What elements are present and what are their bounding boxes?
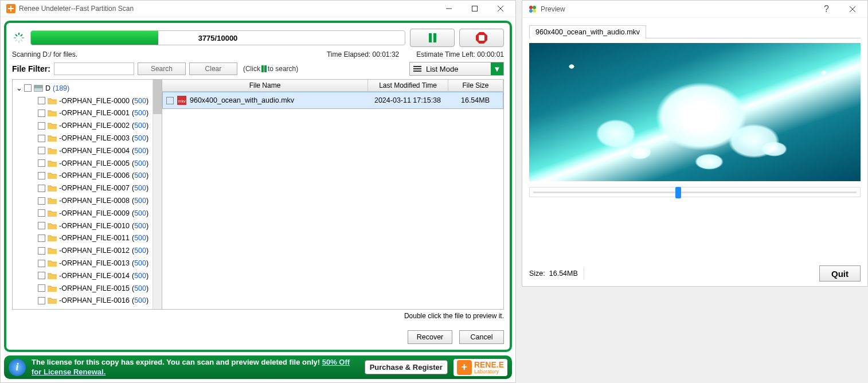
tree-item[interactable]: -ORPHAN_FILE-0010 (500) [38, 220, 153, 232]
drive-icon [34, 85, 43, 92]
checkbox[interactable] [38, 247, 45, 255]
checkbox[interactable] [38, 147, 45, 154]
preview-close-button[interactable] [839, 1, 865, 17]
tree-item-count: (500) [132, 247, 148, 255]
tree-item[interactable]: -ORPHAN_FILE-0006 (500) [38, 170, 153, 182]
slider-thumb[interactable] [675, 187, 681, 198]
preview-body: 960x400_ocean_with_audio.mkv [522, 18, 867, 261]
col-modified[interactable]: Last Modified Time [368, 80, 448, 91]
seek-slider[interactable] [529, 187, 861, 197]
content-frame: 3775/10000 Scanning D:/ for files. Time … [4, 21, 512, 352]
col-filename[interactable]: File Name [162, 80, 368, 91]
tree-item-count: (500) [132, 134, 148, 142]
tree-item[interactable]: -ORPHAN_FILE-0007 (500) [38, 182, 153, 194]
time-elapsed: 00:01:32 [373, 50, 400, 58]
svg-point-17 [533, 6, 536, 9]
scrollbar-thumb[interactable] [153, 80, 162, 114]
maximize-button[interactable] [462, 1, 487, 17]
tree-item[interactable]: -ORPHAN_FILE-0001 (500) [38, 107, 153, 120]
tree-item[interactable]: -ORPHAN_FILE-0016 (500) [38, 295, 153, 307]
folder-icon [48, 235, 57, 241]
status-row: Scanning D:/ for files. Time Elapsed: 00… [12, 50, 504, 58]
checkbox[interactable] [38, 272, 45, 279]
checkbox[interactable] [38, 222, 45, 229]
tree-item[interactable]: -ORPHAN_FILE-0000 (500) [38, 95, 153, 107]
checkbox[interactable] [38, 260, 45, 267]
checkbox[interactable] [38, 172, 45, 179]
folder-icon [48, 147, 57, 154]
close-button[interactable] [487, 1, 513, 17]
listmode-dropdown[interactable]: List Mode ▼ [409, 62, 504, 76]
file-row[interactable]: mkv 960x400_ocean_with_audio.mkv 2024-03… [162, 92, 503, 109]
recover-button[interactable]: Recover [408, 330, 452, 344]
video-preview[interactable] [529, 43, 861, 181]
tree-item[interactable]: -ORPHAN_FILE-0015 (500) [38, 282, 153, 295]
tree-item-label: -ORPHAN_FILE-0007 [59, 184, 130, 192]
tree-item[interactable]: -ORPHAN_FILE-0013 (500) [38, 257, 153, 269]
tree-root-row[interactable]: ⌄ D (189) [16, 82, 153, 95]
tree-item-label: -ORPHAN_FILE-0003 [59, 134, 130, 142]
tree-item-label: -ORPHAN_FILE-0012 [59, 247, 130, 255]
folder-icon [48, 172, 57, 179]
video-frame [529, 43, 861, 181]
collapse-icon[interactable]: ⌄ [16, 84, 22, 92]
tree-scrollbar[interactable] [153, 80, 162, 309]
main-title: Renee Undeleter--Fast Partition Scan [19, 5, 436, 13]
col-size[interactable]: File Size [448, 80, 503, 91]
license-message: The license for this copy has expired. Y… [32, 358, 359, 377]
checkbox[interactable] [38, 235, 45, 242]
file-name: 960x400_ocean_with_audio.mkv [190, 96, 294, 104]
checkbox[interactable] [38, 185, 45, 192]
checkbox[interactable] [24, 84, 32, 92]
renewal-link[interactable]: for License Renewal. [32, 368, 105, 376]
search-button[interactable]: Search [138, 62, 186, 75]
svg-rect-5 [429, 33, 432, 42]
tree-item-label: -ORPHAN_FILE-0002 [59, 122, 130, 130]
tree-item[interactable]: -ORPHAN_FILE-0005 (500) [38, 157, 153, 170]
cancel-button[interactable]: Cancel [459, 330, 504, 344]
folder-icon [48, 110, 57, 116]
plus-icon: + [457, 360, 472, 375]
stop-button[interactable] [459, 29, 504, 47]
grid-body: mkv 960x400_ocean_with_audio.mkv 2024-03… [162, 92, 503, 309]
time-elapsed-label: Time Elapsed: [327, 50, 370, 58]
purchase-register-button[interactable]: Purchase & Register [365, 360, 448, 375]
tree-item[interactable]: -ORPHAN_FILE-0012 (500) [38, 244, 153, 257]
tree-item[interactable]: -ORPHAN_FILE-0008 (500) [38, 194, 153, 207]
tree-item-label: -ORPHAN_FILE-0008 [59, 197, 130, 205]
tree-item[interactable]: -ORPHAN_FILE-0002 (500) [38, 119, 153, 132]
filter-row: File Filter: Search Clear (Click to sear… [12, 62, 504, 76]
checkbox[interactable] [38, 110, 45, 117]
eta-label: Estimate Time Left: [416, 50, 475, 58]
tree-item[interactable]: -ORPHAN_FILE-0009 (500) [38, 207, 153, 220]
preview-window: Preview ? 960x400_ocean_with_audio.mkv S… [522, 0, 868, 287]
help-button[interactable]: ? [814, 1, 839, 17]
tree-item-label: -ORPHAN_FILE-0005 [59, 159, 130, 167]
minimize-button[interactable] [436, 1, 462, 17]
folder-icon [48, 185, 57, 192]
folder-icon [48, 222, 57, 229]
checkbox[interactable] [38, 159, 45, 167]
checkbox[interactable] [38, 209, 45, 217]
checkbox[interactable] [38, 122, 45, 130]
tree-item-label: -ORPHAN_FILE-0009 [59, 209, 130, 217]
brand-logo: + RENE.E Laboratory [453, 359, 507, 376]
tree-item[interactable]: -ORPHAN_FILE-0014 (500) [38, 269, 153, 282]
clear-button[interactable]: Clear [189, 62, 237, 75]
tree-item[interactable]: -ORPHAN_FILE-0011 (500) [38, 232, 153, 245]
filter-input[interactable] [54, 62, 134, 75]
checkbox[interactable] [166, 97, 174, 104]
preview-tab[interactable]: 960x400_ocean_with_audio.mkv [529, 25, 646, 39]
checkbox[interactable] [38, 284, 45, 292]
quit-button[interactable]: Quit [819, 265, 861, 282]
pause-button[interactable] [410, 29, 455, 47]
discount-link[interactable]: 50% Off [322, 358, 350, 366]
checkbox[interactable] [38, 297, 45, 304]
checkbox[interactable] [38, 197, 45, 205]
checkbox[interactable] [38, 97, 45, 104]
checkbox[interactable] [38, 135, 45, 142]
preview-tip: Double click the file to preview it. [12, 312, 504, 320]
tree-item[interactable]: -ORPHAN_FILE-0003 (500) [38, 132, 153, 144]
tree-item[interactable]: -ORPHAN_FILE-0004 (500) [38, 144, 153, 157]
folder-icon [48, 135, 57, 142]
